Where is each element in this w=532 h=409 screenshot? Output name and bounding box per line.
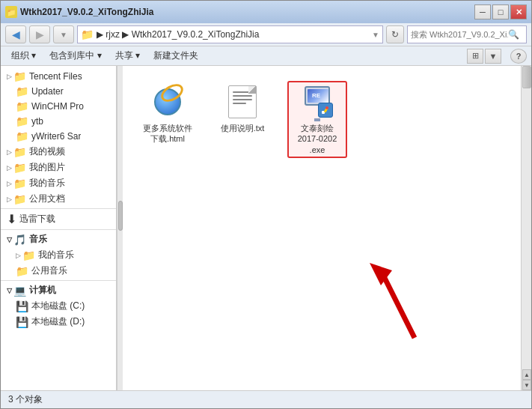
drive-icon: 💾	[16, 316, 28, 328]
red-arrow	[362, 255, 437, 345]
html-file-icon	[151, 85, 184, 118]
file-label: 使用说明.txt	[221, 123, 265, 133]
sidebar-label: 公用文档	[29, 193, 65, 205]
folder-icon: 📁	[16, 85, 28, 97]
search-box[interactable]: 🔍	[407, 25, 527, 43]
sidebar-label: 本地磁盘 (D:)	[31, 315, 85, 328]
share-menu[interactable]: 共享 ▾	[109, 48, 146, 64]
back-button[interactable]: ◀	[5, 25, 26, 43]
music-icon: 🎵	[13, 234, 26, 246]
folder-icon: 📁	[13, 146, 26, 158]
sidebar-label: 计算机	[29, 284, 56, 297]
drive-icon: 💾	[16, 300, 28, 312]
sidebar-divider	[1, 208, 116, 209]
help-button[interactable]: ?	[510, 49, 527, 64]
address-dropdown-arrow[interactable]: ▼	[372, 31, 379, 39]
file-item-txt[interactable]: 使用说明.txt	[213, 81, 272, 158]
txt-line	[233, 95, 252, 97]
sidebar-item-updater[interactable]: 📁 Updater	[1, 84, 116, 99]
status-text: 3 个对象	[8, 393, 43, 406]
expand-icon: ▷	[7, 164, 12, 172]
expand-icon: ▷	[16, 252, 21, 259]
minimize-button[interactable]: ─	[474, 4, 491, 19]
refresh-button[interactable]: ↻	[386, 25, 404, 43]
sidebar-item-ytb[interactable]: 📁 ytb	[1, 114, 116, 129]
folder-icon: 📁	[16, 100, 28, 112]
sidebar-item-music[interactable]: ▽ 🎵 音乐	[1, 231, 116, 247]
exe-base	[314, 118, 320, 121]
search-icon[interactable]: 🔍	[508, 29, 519, 40]
sidebar-item-winchm[interactable]: 📁 WinCHM Pro	[1, 99, 116, 114]
sidebar-divider2	[1, 229, 116, 230]
close-button[interactable]: ✕	[510, 4, 527, 19]
folder-icon: ⬇	[7, 212, 16, 226]
sidebar-item-ywriter[interactable]: 📁 yWriter6 Sar	[1, 129, 116, 144]
scrollbar-up-button[interactable]: ▲	[522, 369, 531, 380]
sidebar-item-drive-c[interactable]: 💾 本地磁盘 (C:)	[1, 298, 116, 314]
folder-icon: 📁	[13, 178, 26, 190]
sidebar-divider3	[1, 280, 116, 281]
folder-icon: 📁	[13, 70, 26, 82]
sidebar-item-my-music[interactable]: ▷ 📁 我的音乐	[1, 175, 116, 191]
file-icon-container	[150, 84, 186, 120]
folder-icon: 📁	[16, 115, 28, 127]
sidebar-item-drive-d[interactable]: 💾 本地磁盘 (D:)	[1, 314, 116, 330]
file-item-html[interactable]: 更多系统软件下载.html	[138, 81, 198, 158]
file-grid: 更多系统软件下载.html 使用说明.txt	[123, 66, 531, 173]
sidebar-item-xunlei[interactable]: ⬇ 迅雷下载	[1, 210, 116, 228]
address-path: ▶ rjxz ▶ Wtkh2017_V9.0.2_XiTongZhiJia	[97, 29, 369, 40]
content-scrollbar[interactable]: ▲ ▼	[521, 66, 531, 390]
status-bar: 3 个对象	[1, 390, 531, 408]
restore-button[interactable]: □	[492, 4, 509, 19]
file-label: 文泰刻绘2017-0202.exe	[298, 123, 337, 155]
view-buttons: ⊞ ▼ ?	[467, 49, 527, 64]
file-icon-container	[299, 84, 335, 120]
svg-line-3	[385, 278, 415, 338]
folder-icon: 📁	[13, 162, 26, 174]
sidebar-label: 我的音乐	[29, 177, 65, 190]
exe-file-icon	[300, 85, 334, 119]
dropdown-button[interactable]: ▼	[53, 25, 74, 43]
toolbar: ◀ ▶ ▼ 📁 ▶ rjxz ▶ Wtkh2017_V9.0.2_XiTongZ…	[1, 23, 531, 46]
sidebar-label: 音乐	[29, 233, 47, 246]
view-dropdown-button[interactable]: ▼	[485, 49, 501, 64]
expand-icon: ▷	[7, 73, 12, 80]
sidebar-item-my-video[interactable]: ▷ 📁 我的视频	[1, 144, 116, 160]
scrollbar-thumb[interactable]	[522, 66, 531, 88]
sidebar-label: Updater	[31, 86, 64, 97]
sidebar-item-public-music[interactable]: 📁 公用音乐	[1, 263, 116, 279]
folder-icon: 📁	[13, 193, 26, 205]
expand-icon: ▷	[7, 180, 12, 187]
new-folder-button[interactable]: 新建文件夹	[147, 48, 204, 64]
sidebar-label: 本地磁盘 (C:)	[31, 300, 85, 312]
file-label: 更多系统软件下载.html	[141, 123, 195, 145]
sidebar-label: 我的视频	[29, 145, 65, 158]
sidebar-item-tencent[interactable]: ▷ 📁 Tencent Files	[1, 69, 116, 84]
search-input[interactable]	[411, 30, 508, 39]
view-toggle-button[interactable]: ⊞	[467, 49, 483, 64]
sidebar-label: ytb	[31, 116, 43, 127]
scrollbar-down-button[interactable]: ▼	[522, 380, 531, 390]
include-menu[interactable]: 包含到库中 ▾	[43, 48, 107, 64]
address-bar[interactable]: 📁 ▶ rjxz ▶ Wtkh2017_V9.0.2_XiTongZhiJia …	[77, 25, 383, 43]
sidebar-scrollbar[interactable]	[117, 66, 123, 390]
expand-icon: ▽	[7, 236, 12, 243]
sidebar: ▷ 📁 Tencent Files 📁 Updater 📁 WinCHM Pro…	[1, 66, 117, 390]
sidebar-item-my-music2[interactable]: ▷ 📁 我的音乐	[1, 247, 116, 263]
sidebar-item-my-pictures[interactable]: ▷ 📁 我的图片	[1, 160, 116, 175]
folder-icon: 📁	[16, 130, 28, 142]
forward-button[interactable]: ▶	[29, 25, 50, 43]
exe-screen	[308, 89, 328, 103]
sidebar-label: 我的图片	[29, 161, 65, 174]
sidebar-item-computer[interactable]: ▽ 💻 计算机	[1, 282, 116, 298]
txt-line	[233, 91, 252, 93]
file-icon-container	[224, 84, 260, 120]
expand-icon: ▷	[7, 148, 12, 156]
sidebar-item-public-docs[interactable]: ▷ 📁 公用文档	[1, 191, 116, 207]
title-bar-buttons: ─ □ ✕	[474, 4, 527, 19]
file-item-exe[interactable]: 文泰刻绘2017-0202.exe	[287, 81, 347, 158]
organize-menu[interactable]: 组织 ▾	[5, 48, 42, 64]
main-area: ▷ 📁 Tencent Files 📁 Updater 📁 WinCHM Pro…	[1, 66, 531, 390]
menubar: 组织 ▾ 包含到库中 ▾ 共享 ▾ 新建文件夹 ⊞ ▼ ?	[1, 46, 531, 66]
expand-icon: ▷	[7, 196, 12, 203]
